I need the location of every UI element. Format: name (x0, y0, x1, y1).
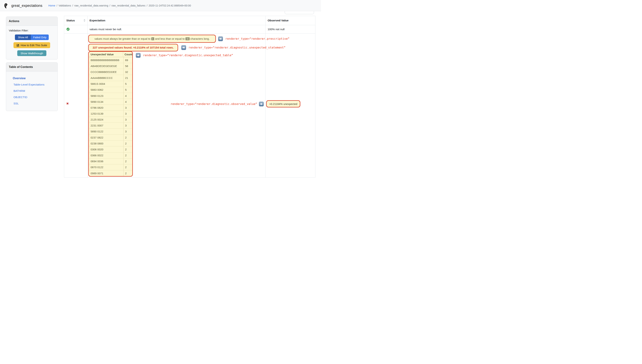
right-arrow-icon (136, 53, 141, 58)
breadcrumb-separator: / (57, 4, 57, 7)
unexpected-row: 5881S 00045 (89, 81, 132, 87)
sort-icon[interactable] (84, 19, 85, 22)
count-cell: 58 (124, 63, 132, 69)
count-cell: 3 (124, 105, 132, 110)
count-cell: 2 (124, 146, 132, 152)
unexpected-value-cell: 5890 0134 (89, 99, 124, 104)
count-cell: 3 (124, 129, 132, 134)
count-cell: 3 (124, 123, 132, 128)
unexpected-statement-renderer-annotation: renderer_type=“renderer.diagnostic.unexp… (189, 45, 285, 50)
unexpected-table-header: Unexpected Value Count (89, 52, 132, 57)
show-all-button[interactable]: Show All (15, 34, 31, 40)
unexpected-value-cell: 5883 0062 (89, 87, 124, 93)
status-passed-icon (67, 28, 70, 31)
min-value-badge: 1 (151, 37, 154, 40)
prescriptive-highlight-box: values must always be greater than or eq… (88, 35, 216, 43)
expectation-text: values must never be null. (90, 25, 122, 34)
observed-value-highlight-box: ≈0.21184% unexpected (266, 100, 300, 108)
unexpected-value-cell: 5890 0123 (89, 93, 124, 99)
unexpected-value-cell: 0786 0820 (89, 105, 124, 110)
unexpected-value-cell: 2125 0024 (89, 117, 124, 122)
unexpected-row: 5883 00625 (89, 87, 132, 93)
breadcrumb-separator: / (73, 4, 73, 7)
unexpected-value-cell: 2231 0007 (89, 123, 124, 128)
great-expectations-logo-icon (3, 2, 10, 9)
actions-panel-title: Actions (6, 17, 58, 26)
toc-link-objectid[interactable]: OBJECTID (6, 94, 58, 100)
edit-suite-button[interactable]: How to Edit This Suite (14, 42, 50, 48)
unexpected-row: 0870 01222 (89, 164, 132, 170)
show-walkthrough-button[interactable]: Show Walkthrough (17, 50, 46, 56)
count-cell: 5 (124, 81, 132, 87)
breadcrumb-separator: / (147, 4, 147, 7)
unexpected-row: 0237 08222 (89, 134, 132, 140)
unexpected-row: 0238 08002 (89, 140, 132, 146)
right-arrow-icon (218, 36, 223, 41)
unexpected-row: 0366 00222 (89, 152, 132, 158)
unexpected-row: BBBBBBBBBBBBBBBB69 (89, 57, 132, 63)
count-cell: 2 (124, 152, 132, 158)
unexpected-values-table: Unexpected Value Count BBBBBBBBBBBBBBBB6… (88, 51, 133, 176)
prescriptive-text-after: characters long. (191, 37, 210, 40)
unexpected-row: 5890 01344 (89, 99, 132, 104)
column-divider (87, 16, 88, 177)
unexpected-row: 0786 08203 (89, 104, 132, 110)
unexpected-value-cell: 0870 0122 (89, 164, 124, 170)
count-cell: 2 (124, 140, 132, 146)
unexpected-row: 0694 00362 (89, 158, 132, 164)
prescriptive-text-mid: and less than or equal to (155, 37, 185, 40)
unexpected-value-cell: 0989 0071 (89, 170, 124, 176)
max-value-badge: 11 (186, 37, 189, 40)
breadcrumb-home-link[interactable]: Home (48, 4, 55, 7)
unexpected-row: ABABDEDEGEGEGE58 (89, 63, 132, 69)
count-cell: 4 (124, 93, 132, 99)
unexpected-row: CCCCBBBBEEDDEE32 (89, 69, 132, 75)
toc-link-bathrm[interactable]: BATHRM (6, 88, 58, 94)
breadcrumb-separator: / (110, 4, 110, 7)
status-column-header: Status (66, 16, 75, 25)
unexpected-value-cell: CCCCBBBBEEDDEE (89, 69, 124, 75)
breadcrumb-item: Validations (59, 4, 71, 7)
count-cell: 5 (124, 87, 132, 93)
breadcrumb: Home/Validations/raw_residential_data.wa… (48, 0, 191, 11)
count-cell: 2 (124, 164, 132, 170)
toc-link-ssl[interactable]: SSL (6, 100, 58, 106)
prescriptive-renderer-annotation: renderer_type=“renderer.prescriptive” (225, 36, 289, 41)
cutoff-top-right-control[interactable] (285, 11, 314, 14)
count-cell: 4 (124, 99, 132, 104)
count-cell: 3 (124, 111, 132, 116)
status-failed-icon: ✖ (66, 102, 69, 106)
right-arrow-icon (181, 45, 186, 50)
unexpected-value-cell: 5881S 0004 (89, 81, 124, 87)
unexpected-table-body: BBBBBBBBBBBBBBBB69ABABDEDEGEGEGE58CCCCBB… (89, 57, 132, 176)
toc-title: Table of Contents (6, 62, 58, 72)
top-bar: great_expectations Home/Validations/raw_… (0, 0, 321, 11)
observed-value-renderer-annotation: renderer_type=“renderer.diagnostic.obser… (133, 102, 257, 106)
breadcrumb-item: raw_residential_data.warning (75, 4, 108, 7)
unexpected-row: 1253 01393 (89, 110, 132, 116)
count-cell: 2 (124, 170, 132, 176)
unexpected-row: 2125 00243 (89, 116, 132, 122)
failed-only-button[interactable]: Failed Only (31, 34, 49, 40)
validation-results-table: Status Expectation Observed Value values… (64, 16, 315, 178)
actions-panel-body: Validation Filter: Show All Failed Only … (6, 26, 58, 59)
toc-link-table-level-expectations[interactable]: Table-Level Expectations (6, 82, 58, 88)
unexpected-row: AAAABBBBCCCC21 (89, 75, 132, 81)
brand-title: great_expectations (11, 0, 43, 11)
unexpected-value-cell: 0237 0822 (89, 134, 124, 140)
edit-suite-label: How to Edit This Suite (21, 44, 47, 47)
unexpected-value-cell: 0306 0020 (89, 146, 124, 152)
validation-filter-group: Show All Failed Only (15, 34, 49, 40)
toc-link-overview[interactable]: Overview (6, 75, 58, 82)
unexpected-row: 5890 01234 (89, 93, 132, 99)
count-cell: 2 (124, 158, 132, 164)
breadcrumb-item: raw_residential_data_failures (112, 4, 145, 7)
count-cell: 32 (124, 69, 132, 75)
unexpected-row: 0306 00202 (89, 146, 132, 152)
edit-pencil-square-icon (17, 44, 20, 47)
right-arrow-icon (259, 102, 264, 106)
table-of-contents-panel: Table of Contents OverviewTable-Level Ex… (6, 62, 58, 111)
unexpected-value-cell: 5890 0122 (89, 129, 124, 134)
unexpected-value-cell: 0366 0022 (89, 152, 124, 158)
toc-list: OverviewTable-Level ExpectationsBATHRMOB… (6, 72, 58, 111)
